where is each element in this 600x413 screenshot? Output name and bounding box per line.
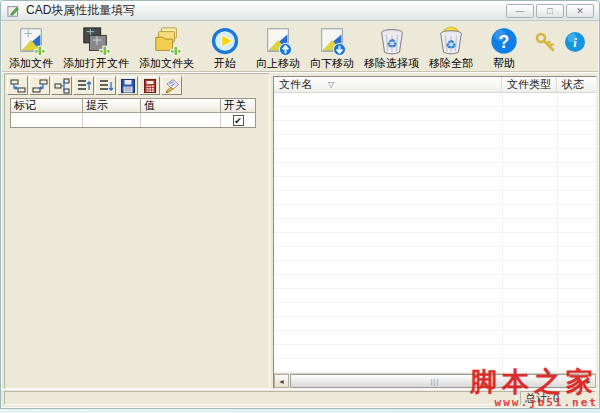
move-down-button[interactable]: 向下移动 bbox=[305, 23, 359, 71]
row-move-down-button[interactable] bbox=[95, 76, 116, 95]
value-cell[interactable] bbox=[141, 113, 221, 127]
row-merge-button[interactable] bbox=[51, 76, 72, 95]
move-down-label: 向下移动 bbox=[310, 57, 354, 69]
column-header-switch[interactable]: 开关 bbox=[221, 99, 255, 113]
row-move-up-button[interactable] bbox=[73, 76, 94, 95]
calculator-button[interactable] bbox=[139, 76, 160, 95]
horizontal-scrollbar[interactable]: ◄ ||| ► bbox=[274, 373, 596, 388]
prompt-cell[interactable] bbox=[83, 113, 141, 127]
start-icon bbox=[209, 26, 241, 56]
add-open-file-button[interactable]: 添加打开文件 bbox=[58, 23, 134, 71]
remove-selected-icon: ♻ bbox=[376, 26, 408, 56]
maximize-button[interactable]: □ bbox=[536, 4, 564, 18]
svg-text:♻: ♻ bbox=[446, 38, 457, 52]
move-down-icon bbox=[316, 26, 348, 56]
app-window: CAD块属性批量填写 — □ ✕ 添加文件 bbox=[0, 0, 600, 409]
edit-note-icon bbox=[164, 78, 180, 94]
add-folder-icon bbox=[151, 26, 183, 56]
column-header-filetype[interactable]: 文件类型 bbox=[502, 77, 557, 92]
row-insert-before-button[interactable] bbox=[7, 76, 28, 95]
move-up-button[interactable]: 向上移动 bbox=[251, 23, 305, 71]
minimize-button[interactable]: — bbox=[506, 4, 534, 18]
switch-checkbox[interactable]: ✔ bbox=[233, 115, 244, 126]
switch-cell: ✔ bbox=[221, 113, 255, 127]
help-label: 帮助 bbox=[493, 57, 515, 69]
edit-note-button[interactable] bbox=[161, 76, 182, 95]
column-header-value[interactable]: 值 bbox=[141, 99, 221, 113]
svg-text:?: ? bbox=[499, 32, 510, 52]
remove-selected-label: 移除选择项 bbox=[364, 57, 419, 69]
filename-header-label: 文件名 bbox=[279, 77, 312, 92]
sort-indicator-icon: ▽ bbox=[328, 77, 334, 92]
remove-all-button[interactable]: ♻ 移除全部 bbox=[424, 23, 478, 71]
column-divider bbox=[502, 93, 503, 373]
svg-text:i: i bbox=[573, 35, 577, 50]
scrollbar-thumb[interactable]: ||| bbox=[290, 374, 580, 388]
scroll-left-arrow[interactable]: ◄ bbox=[274, 374, 289, 388]
column-divider bbox=[557, 93, 558, 373]
add-file-button[interactable]: 添加文件 bbox=[4, 23, 58, 71]
move-up-label: 向上移动 bbox=[256, 57, 300, 69]
status-total-panel: 总计: 0 bbox=[520, 391, 596, 405]
row-insert-after-icon bbox=[32, 78, 48, 94]
column-header-tag[interactable]: 标记 bbox=[11, 99, 83, 113]
save-icon bbox=[120, 78, 136, 94]
attribute-grid: 标记 提示 值 开关 ✔ bbox=[10, 98, 256, 128]
close-button[interactable]: ✕ bbox=[566, 4, 594, 18]
add-file-label: 添加文件 bbox=[9, 57, 53, 69]
main-toolbar: 添加文件 添加打开文件 添加文件夹 bbox=[2, 22, 598, 72]
attribute-mini-toolbar bbox=[6, 75, 183, 96]
status-message-panel bbox=[4, 391, 517, 405]
app-icon bbox=[7, 4, 21, 18]
title-bar: CAD块属性批量填写 — □ ✕ bbox=[1, 1, 599, 21]
scrollbar-grip: ||| bbox=[431, 378, 439, 386]
add-open-file-label: 添加打开文件 bbox=[63, 57, 129, 69]
add-folder-label: 添加文件夹 bbox=[139, 57, 194, 69]
row-insert-after-button[interactable] bbox=[29, 76, 50, 95]
svg-text:♻: ♻ bbox=[386, 37, 397, 51]
remove-all-icon: ♻ bbox=[435, 26, 467, 56]
file-list-header: 文件名 ▽ 文件类型 状态 bbox=[274, 77, 596, 93]
attribute-row[interactable]: ✔ bbox=[11, 113, 255, 127]
add-folder-button[interactable]: 添加文件夹 bbox=[134, 23, 199, 71]
remove-all-label: 移除全部 bbox=[429, 57, 473, 69]
start-label: 开始 bbox=[214, 57, 236, 69]
save-attributes-button[interactable] bbox=[117, 76, 138, 95]
window-title: CAD块属性批量填写 bbox=[26, 2, 135, 19]
column-header-prompt[interactable]: 提示 bbox=[83, 99, 141, 113]
key-icon[interactable] bbox=[534, 31, 556, 53]
attribute-grid-header: 标记 提示 值 开关 bbox=[11, 99, 255, 113]
row-merge-icon bbox=[54, 78, 70, 94]
add-open-file-icon bbox=[80, 26, 112, 56]
scroll-right-arrow[interactable]: ► bbox=[581, 374, 596, 388]
file-list-panel: 文件名 ▽ 文件类型 状态 ◄ ||| ► bbox=[273, 76, 597, 389]
attribute-panel: 标记 提示 值 开关 ✔ bbox=[4, 73, 270, 389]
file-list-body[interactable] bbox=[274, 93, 596, 373]
row-insert-before-icon bbox=[10, 78, 26, 94]
info-icon[interactable]: i bbox=[564, 31, 586, 53]
row-move-up-icon bbox=[76, 78, 92, 94]
start-button[interactable]: 开始 bbox=[199, 23, 251, 71]
calculator-icon bbox=[142, 78, 158, 94]
help-button[interactable]: ? 帮助 bbox=[478, 23, 530, 71]
column-header-filename[interactable]: 文件名 ▽ bbox=[274, 77, 502, 92]
tag-cell[interactable] bbox=[11, 113, 83, 127]
move-up-icon bbox=[262, 26, 294, 56]
add-file-icon bbox=[15, 26, 47, 56]
remove-selected-button[interactable]: ♻ 移除选择项 bbox=[359, 23, 424, 71]
status-bar: 总计: 0 bbox=[1, 389, 599, 406]
help-icon: ? bbox=[488, 26, 520, 56]
row-move-down-icon bbox=[98, 78, 114, 94]
column-header-status[interactable]: 状态 bbox=[557, 77, 596, 92]
